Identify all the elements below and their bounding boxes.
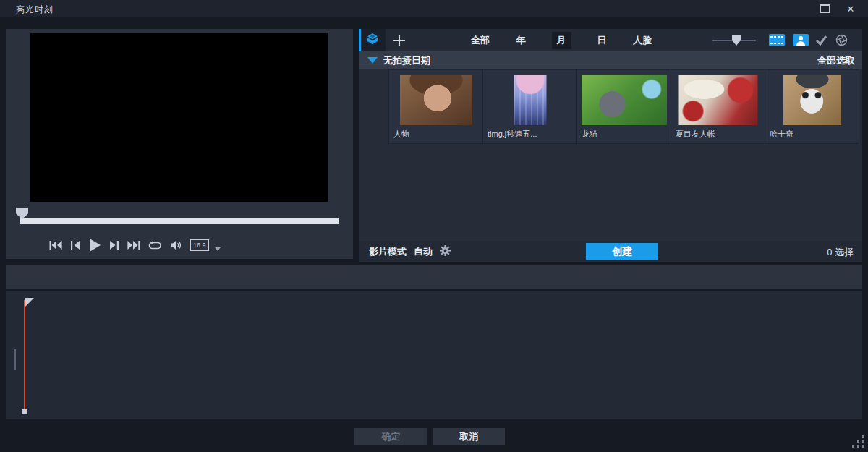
add-media-button[interactable] bbox=[392, 33, 407, 48]
thumbnail-image-street bbox=[514, 75, 546, 125]
window-controls: ✕ bbox=[812, 0, 864, 17]
movie-mode-group: 影片模式 自动 bbox=[369, 241, 451, 262]
library-footer: 影片模式 自动 创建 0 选择 bbox=[359, 241, 862, 262]
filmstrip-icon bbox=[769, 34, 785, 46]
active-source-indicator bbox=[359, 29, 361, 51]
media-item[interactable]: 哈士奇 bbox=[765, 69, 859, 144]
shutter-button[interactable] bbox=[835, 34, 848, 46]
timeline-marker-flag[interactable] bbox=[25, 298, 34, 307]
seek-handle[interactable] bbox=[16, 208, 28, 219]
close-button[interactable]: ✕ bbox=[838, 0, 864, 17]
close-icon: ✕ bbox=[847, 4, 855, 14]
aspect-ratio-button[interactable]: 16:9 bbox=[190, 239, 209, 251]
thumbnail-image-totoro bbox=[582, 75, 667, 125]
mode-settings-button[interactable] bbox=[440, 245, 451, 258]
skip-start-icon bbox=[49, 240, 62, 250]
thumbnail-image-portrait bbox=[400, 75, 472, 125]
library-box-icon bbox=[366, 33, 379, 48]
skip-end-button[interactable] bbox=[127, 240, 140, 250]
volume-button[interactable] bbox=[170, 240, 182, 250]
media-item-label: 夏目友人帐 bbox=[676, 129, 715, 140]
preview-panel: 16:9 bbox=[6, 29, 353, 259]
date-group-header[interactable]: 无拍摄日期 全部选取 bbox=[359, 51, 862, 69]
loop-icon bbox=[148, 240, 162, 251]
maximize-button[interactable] bbox=[812, 0, 838, 17]
create-button[interactable]: 创建 bbox=[586, 243, 658, 260]
checkmark-icon bbox=[815, 35, 827, 46]
media-item[interactable]: 人物 bbox=[388, 69, 483, 144]
selected-media-tray[interactable] bbox=[6, 265, 862, 289]
media-item-label: 哈士奇 bbox=[770, 129, 793, 140]
filmstrip-view-button[interactable] bbox=[769, 34, 785, 46]
selected-count: 0 选择 bbox=[827, 246, 854, 259]
select-mode-button[interactable] bbox=[815, 35, 827, 46]
cancel-button[interactable]: 取消 bbox=[433, 428, 505, 445]
tab-month[interactable]: 月 bbox=[541, 29, 582, 51]
group-title: 无拍摄日期 bbox=[383, 54, 430, 67]
next-frame-icon bbox=[109, 240, 119, 250]
library-panel: 全部 年 月 日 人脸 bbox=[359, 29, 862, 262]
timeline-area[interactable] bbox=[6, 291, 862, 419]
skip-start-button[interactable] bbox=[49, 240, 62, 250]
select-all-button[interactable]: 全部选取 bbox=[817, 54, 855, 67]
movie-mode-value[interactable]: 自动 bbox=[414, 245, 433, 258]
prev-frame-button[interactable] bbox=[70, 240, 80, 250]
media-item-label: 龙猫 bbox=[582, 129, 597, 140]
shutter-icon bbox=[835, 34, 848, 46]
play-button[interactable] bbox=[88, 239, 101, 252]
tab-day[interactable]: 日 bbox=[582, 29, 622, 51]
face-icon bbox=[793, 34, 809, 46]
media-item[interactable]: 龙猫 bbox=[576, 69, 671, 144]
aspect-ratio-value: 16:9 bbox=[193, 242, 206, 249]
timeline-marker-end[interactable] bbox=[22, 409, 27, 414]
gear-icon bbox=[440, 245, 451, 258]
timeline-marker-line[interactable] bbox=[24, 300, 25, 412]
library-toolbar: 全部 年 月 日 人脸 bbox=[359, 29, 862, 51]
collapse-triangle-icon[interactable] bbox=[367, 57, 378, 64]
library-source-button[interactable] bbox=[359, 29, 386, 51]
ok-button[interactable]: 确定 bbox=[354, 428, 427, 445]
thumbnail-image-husky bbox=[783, 75, 841, 125]
loop-button[interactable] bbox=[148, 240, 162, 251]
thumbnail-size-slider-handle[interactable] bbox=[732, 35, 741, 46]
dropdown-caret-icon[interactable] bbox=[215, 247, 221, 251]
video-preview[interactable] bbox=[30, 33, 328, 202]
next-frame-button[interactable] bbox=[109, 240, 119, 250]
prev-frame-icon bbox=[70, 240, 80, 250]
timeline-scrollbar[interactable] bbox=[14, 349, 16, 370]
play-icon bbox=[88, 239, 101, 252]
seek-bar[interactable] bbox=[20, 218, 339, 224]
resize-grip[interactable] bbox=[850, 435, 866, 449]
tab-all[interactable]: 全部 bbox=[460, 29, 501, 51]
thumbnail-image-natsume bbox=[678, 75, 757, 125]
media-item-label: 人物 bbox=[393, 129, 409, 140]
tab-year[interactable]: 年 bbox=[501, 29, 541, 51]
face-view-button[interactable] bbox=[793, 34, 809, 46]
titlebar: 高光时刻 ✕ bbox=[0, 0, 868, 17]
skip-end-icon bbox=[127, 240, 140, 250]
window-title: 高光时刻 bbox=[16, 4, 54, 16]
playback-controls: 16:9 bbox=[49, 234, 266, 256]
plus-icon bbox=[392, 38, 407, 50]
movie-mode-label: 影片模式 bbox=[369, 245, 407, 258]
maximize-icon bbox=[820, 4, 830, 13]
volume-icon bbox=[170, 240, 182, 250]
thumbnail-grid: 人物 timg.j秒速五... 龙猫 夏目友人帐 哈士奇 bbox=[388, 69, 859, 144]
media-item[interactable]: 夏目友人帐 bbox=[671, 69, 765, 144]
tab-face[interactable]: 人脸 bbox=[622, 29, 663, 51]
media-item-label: timg.j秒速五... bbox=[488, 129, 537, 140]
date-filter-tabs: 全部 年 月 日 人脸 bbox=[460, 29, 663, 51]
media-item[interactable]: timg.j秒速五... bbox=[482, 69, 577, 144]
